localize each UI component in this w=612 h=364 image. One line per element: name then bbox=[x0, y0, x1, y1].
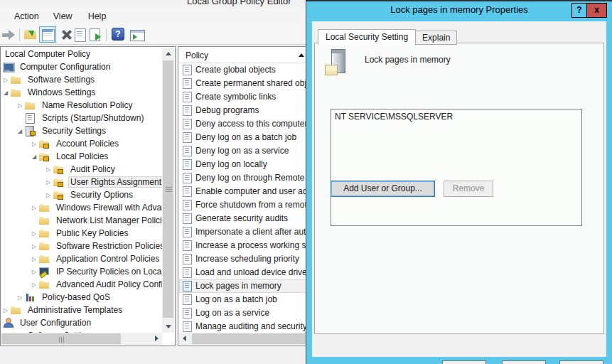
policy-list-item[interactable]: Log on as a service bbox=[179, 306, 308, 320]
ok-button[interactable]: OK bbox=[442, 360, 486, 364]
policy-list-item[interactable]: Deny log on as a batch job bbox=[179, 131, 308, 144]
expand-arrow-icon[interactable]: ▷ bbox=[18, 100, 25, 112]
delete-icon[interactable] bbox=[60, 28, 75, 42]
policy-list-item[interactable]: Impersonate a client after auth bbox=[179, 225, 308, 239]
policy-column-header[interactable]: Policy bbox=[179, 48, 308, 63]
tab-local-security-setting[interactable]: Local Security Setting bbox=[318, 29, 416, 46]
folder-icon bbox=[39, 241, 50, 251]
console-tree-toggle-icon[interactable] bbox=[39, 26, 56, 43]
menu-action[interactable]: Action bbox=[13, 9, 41, 21]
tab-explain[interactable]: Explain bbox=[416, 31, 457, 45]
policy-list-item[interactable]: Lock pages in memory bbox=[179, 279, 308, 293]
policy-list-item[interactable]: Enable computer and user acc bbox=[179, 185, 308, 198]
scroll-left-button[interactable] bbox=[179, 333, 191, 345]
tree-item[interactable]: ▷Windows Firewall with Advan bbox=[1, 201, 162, 214]
expand-arrow-icon[interactable]: ▷ bbox=[32, 228, 39, 240]
policy-list-item[interactable]: Load and unload device driver bbox=[179, 266, 308, 279]
policy-list-item[interactable]: Deny log on as a service bbox=[179, 144, 308, 158]
tree-item[interactable]: ◢Windows Settings bbox=[1, 86, 162, 99]
expand-arrow-icon[interactable]: ▷ bbox=[18, 291, 25, 304]
tree-item[interactable]: ◢Security Settings bbox=[1, 124, 162, 137]
scroll-right-button[interactable] bbox=[150, 333, 162, 345]
forward-arrow-icon[interactable] bbox=[1, 28, 17, 42]
apply-button[interactable]: Apply bbox=[559, 360, 603, 364]
menu-view[interactable]: View bbox=[52, 9, 74, 21]
policy-list-item[interactable]: Force shutdown from a remot bbox=[179, 198, 308, 212]
tree-item[interactable]: User Configuration bbox=[1, 316, 162, 329]
collapse-arrow-icon[interactable]: ◢ bbox=[32, 151, 39, 164]
policy-list-item[interactable]: Generate security audits bbox=[179, 212, 308, 225]
expand-arrow-icon[interactable]: ▷ bbox=[32, 138, 39, 151]
expand-arrow-icon[interactable]: ▷ bbox=[32, 202, 39, 215]
tree-item[interactable]: ▷Public Key Policies bbox=[1, 227, 162, 240]
policy-list-item[interactable]: Manage auditing and security bbox=[179, 320, 308, 333]
menu-help[interactable]: Help bbox=[87, 9, 108, 21]
policy-list-item[interactable]: Deny log on locally bbox=[179, 158, 308, 171]
tree-item[interactable]: ▷Policy-based QoS bbox=[1, 291, 162, 304]
scrollbar-thumb[interactable] bbox=[192, 333, 308, 344]
tree-vertical-scrollbar[interactable] bbox=[162, 48, 174, 333]
tree-item[interactable]: ▷Software Settings bbox=[1, 73, 162, 86]
tree-item[interactable]: ▷Security Options bbox=[1, 188, 162, 201]
policy-list-item[interactable]: Deny log on through Remote bbox=[179, 171, 308, 185]
properties-dialog: Lock pages in memory Properties ? x Loca… bbox=[306, 0, 612, 364]
member-item[interactable]: NT SERVICE\MSSQLSERVER bbox=[331, 109, 581, 124]
tree-item[interactable]: ▷Administrative Templates bbox=[1, 304, 162, 316]
list-horizontal-scrollbar[interactable] bbox=[179, 333, 308, 345]
tree-item[interactable]: ▷Account Policies bbox=[1, 137, 162, 150]
policy-list-item[interactable]: Increase scheduling priority bbox=[179, 252, 308, 266]
expand-arrow-icon[interactable]: ▷ bbox=[46, 164, 53, 176]
folder-up-icon[interactable] bbox=[24, 28, 38, 42]
policy-list-item[interactable]: Log on as a batch job bbox=[179, 293, 308, 306]
cancel-button[interactable]: Cancel bbox=[502, 360, 546, 364]
properties-icon[interactable] bbox=[74, 28, 86, 42]
policy-item-label: Log on as a batch job bbox=[195, 294, 277, 304]
tree-item[interactable]: Local Computer Policy bbox=[1, 48, 162, 60]
expand-arrow-icon[interactable]: ▷ bbox=[4, 304, 11, 317]
tree-item[interactable]: ▷User Rights Assignment bbox=[1, 176, 162, 188]
expand-arrow-icon[interactable]: ▷ bbox=[46, 189, 53, 202]
policy-list-item[interactable]: Deny access to this computer bbox=[179, 117, 308, 131]
tree-horizontal-scrollbar[interactable] bbox=[1, 333, 162, 345]
tree-item[interactable]: ▷Name Resolution Policy bbox=[1, 99, 162, 112]
expand-arrow-icon[interactable]: ▷ bbox=[32, 266, 39, 279]
expand-arrow-icon[interactable]: ▷ bbox=[32, 240, 39, 253]
tree-item[interactable]: Network List Manager Policie bbox=[1, 214, 162, 227]
help-icon[interactable] bbox=[112, 28, 124, 41]
menu-file[interactable]: File bbox=[0, 9, 3, 21]
tree-item[interactable]: ◢Local Policies bbox=[1, 150, 162, 163]
add-user-or-group-button[interactable]: Add User or Group... bbox=[331, 181, 435, 197]
policy-item-label: Create permanent shared obje bbox=[195, 78, 308, 88]
tree-item[interactable]: Computer Configuration bbox=[1, 60, 162, 73]
expand-arrow-icon[interactable]: ▷ bbox=[46, 176, 53, 189]
local-security-setting-panel: Lock pages in memory NT SERVICE\MSSQLSER… bbox=[314, 43, 604, 334]
scroll-down-button[interactable] bbox=[162, 321, 174, 333]
remove-button[interactable]: Remove bbox=[444, 181, 493, 197]
export-list-icon[interactable] bbox=[89, 28, 102, 42]
tree-item-label: Software Restriction Policies bbox=[54, 240, 162, 252]
scrollbar-thumb[interactable] bbox=[1, 333, 121, 344]
collapse-arrow-icon[interactable]: ◢ bbox=[18, 125, 25, 138]
dialog-close-button[interactable]: x bbox=[587, 4, 606, 17]
expand-arrow-icon[interactable]: ▷ bbox=[4, 74, 11, 87]
tree-item[interactable]: ▷Audit Policy bbox=[1, 163, 162, 176]
tree-item[interactable]: ▷Application Control Policies bbox=[1, 252, 162, 265]
tree-item[interactable]: ▷Advanced Audit Policy Confi bbox=[1, 278, 162, 291]
policy-list-item[interactable]: Create permanent shared obje bbox=[179, 77, 308, 90]
members-listbox[interactable]: NT SERVICE\MSSQLSERVER bbox=[331, 109, 582, 226]
scroll-up-button[interactable] bbox=[162, 48, 174, 60]
expand-arrow-icon[interactable]: ▷ bbox=[32, 253, 39, 266]
policy-list-item[interactable]: Create global objects bbox=[179, 63, 308, 77]
policy-doc-icon bbox=[183, 146, 193, 156]
scrollbar-thumb[interactable] bbox=[163, 60, 173, 318]
collapse-arrow-icon[interactable]: ◢ bbox=[4, 87, 11, 100]
dialog-help-button[interactable]: ? bbox=[572, 4, 587, 17]
policy-list-item[interactable]: Increase a process working set bbox=[179, 239, 308, 252]
tree-item[interactable]: ▷Software Restriction Policies bbox=[1, 240, 162, 252]
policy-list-item[interactable]: Debug programs bbox=[179, 104, 308, 117]
tree-item[interactable]: Scripts (Startup/Shutdown) bbox=[1, 112, 162, 124]
tree-item[interactable]: ▷IP Security Policies on Local C bbox=[1, 265, 162, 278]
expand-arrow-icon[interactable]: ▷ bbox=[32, 279, 39, 291]
show-window-icon[interactable] bbox=[130, 28, 145, 42]
policy-list-item[interactable]: Create symbolic links bbox=[179, 90, 308, 104]
